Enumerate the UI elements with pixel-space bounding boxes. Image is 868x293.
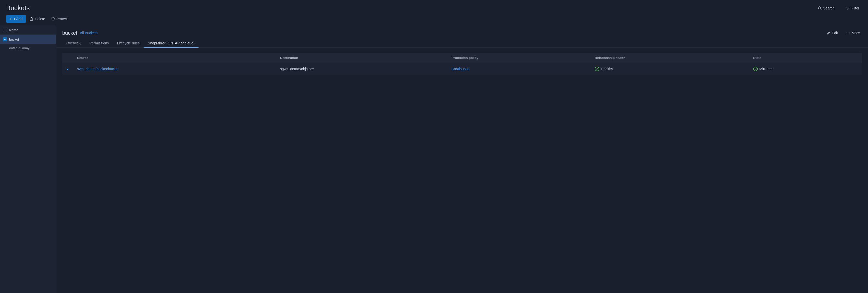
edit-icon: [827, 31, 830, 35]
sidebar-header: Name: [0, 25, 56, 35]
content-header-actions: Edit More: [825, 30, 862, 36]
add-button[interactable]: + + Add: [6, 15, 26, 23]
protect-button[interactable]: Protect: [49, 15, 70, 23]
sidebar-item-bucket[interactable]: bucket: [0, 35, 56, 44]
tabs-container: Overview Permissions Lifecycle rules Sna…: [56, 36, 868, 48]
svg-point-11: [848, 33, 848, 33]
health-check-icon: [595, 67, 599, 71]
table-row: svm_demo:/bucket/bucket sgws_demo:/objst…: [62, 63, 862, 75]
sidebar: Name bucket ontap-dummy: [0, 25, 56, 293]
plus-icon: +: [10, 17, 12, 21]
col-state: State: [749, 53, 862, 63]
source-link[interactable]: svm_demo:/bucket/bucket: [77, 67, 119, 71]
more-dots-icon: [846, 31, 850, 35]
search-button[interactable]: Search: [815, 5, 837, 12]
checkmark-health-icon: [596, 68, 598, 70]
svg-line-1: [820, 9, 822, 10]
content-area: bucket All Buckets Edit: [56, 25, 868, 293]
svg-point-10: [846, 33, 847, 33]
checkmark-icon: [4, 38, 6, 40]
delete-button[interactable]: Delete: [27, 15, 48, 23]
app-container: Buckets Search Filter +: [0, 0, 868, 293]
state-label: Mirrored: [759, 67, 773, 71]
search-icon: [818, 6, 822, 10]
sidebar-bucket-label: bucket: [9, 37, 19, 41]
table-container: Source Destination Protection policy Rel…: [56, 48, 868, 293]
select-all-checkbox[interactable]: [3, 28, 7, 32]
col-expand: [62, 53, 73, 63]
col-relationship-health: Relationship health: [591, 53, 749, 63]
toolbar-left: + + Add Delete Protect: [6, 15, 70, 23]
delete-icon: [30, 17, 33, 21]
sidebar-item-ontap-dummy[interactable]: ontap-dummy: [0, 44, 56, 52]
breadcrumb: bucket All Buckets: [62, 30, 97, 36]
page-header: Buckets Search Filter: [0, 0, 868, 14]
filter-button[interactable]: Filter: [843, 5, 862, 12]
tab-permissions[interactable]: Permissions: [85, 39, 113, 48]
table-header-row: Source Destination Protection policy Rel…: [62, 53, 862, 63]
row-expand-cell[interactable]: [62, 63, 73, 75]
filter-icon: [846, 6, 850, 10]
content-header: bucket All Buckets Edit: [56, 25, 868, 36]
health-badge: Healthy: [595, 67, 745, 71]
bucket-checkbox[interactable]: [3, 37, 7, 41]
main-layout: Name bucket ontap-dummy bucket All B: [0, 25, 868, 293]
page-title: Buckets: [6, 4, 30, 12]
tab-snapmirror[interactable]: SnapMirror (ONTAP or cloud): [144, 39, 198, 48]
bucket-name-title: bucket: [62, 30, 77, 36]
row-destination-cell: sgws_demo:/objstore: [276, 63, 447, 75]
row-state-cell: Mirrored: [749, 63, 862, 75]
col-source: Source: [73, 53, 276, 63]
state-badge: Mirrored: [753, 67, 858, 71]
checkmark-state-icon: [754, 68, 757, 70]
header-actions: Search Filter: [815, 5, 862, 12]
shield-icon: [51, 17, 55, 21]
toolbar: + + Add Delete Protect: [0, 14, 868, 25]
all-buckets-link[interactable]: All Buckets: [80, 31, 97, 35]
health-label: Healthy: [601, 67, 613, 71]
state-check-icon: [753, 67, 758, 71]
tab-lifecycle-rules[interactable]: Lifecycle rules: [113, 39, 144, 48]
tab-overview[interactable]: Overview: [62, 39, 85, 48]
edit-button[interactable]: Edit: [825, 30, 840, 36]
more-button[interactable]: More: [844, 30, 862, 36]
svg-rect-5: [30, 18, 33, 21]
policy-link[interactable]: Continuous: [451, 67, 469, 71]
svg-point-12: [849, 33, 850, 33]
col-destination: Destination: [276, 53, 447, 63]
snapmirror-table: Source Destination Protection policy Rel…: [62, 53, 862, 75]
sidebar-name-col-header: Name: [9, 28, 18, 32]
row-health-cell: Healthy: [591, 63, 749, 75]
row-policy-cell: Continuous: [447, 63, 591, 75]
col-protection-policy: Protection policy: [447, 53, 591, 63]
ontap-dummy-label: ontap-dummy: [9, 46, 29, 50]
row-source-cell: svm_demo:/bucket/bucket: [73, 63, 276, 75]
expand-chevron-icon[interactable]: [66, 69, 69, 70]
